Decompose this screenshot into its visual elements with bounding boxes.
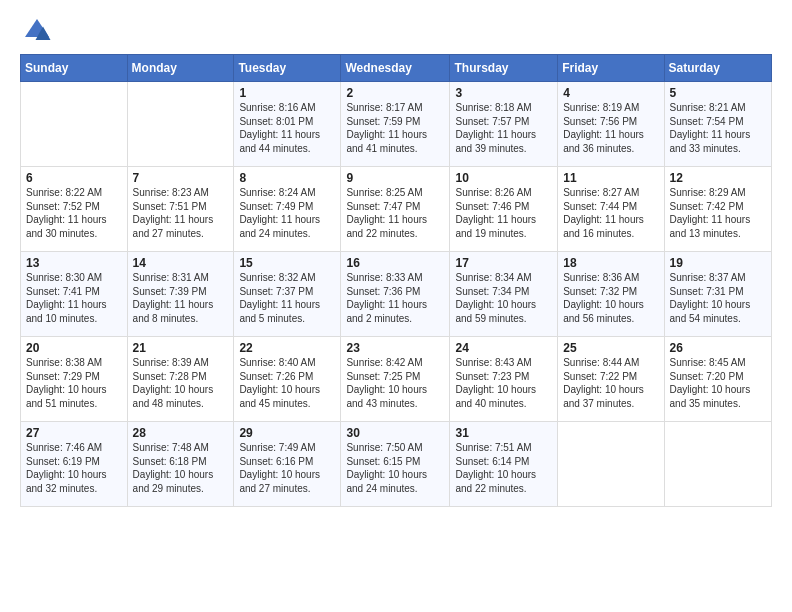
day-number: 20 — [26, 341, 122, 355]
day-number: 17 — [455, 256, 552, 270]
weekday-wednesday: Wednesday — [341, 55, 450, 82]
weekday-tuesday: Tuesday — [234, 55, 341, 82]
day-number: 29 — [239, 426, 335, 440]
day-number: 6 — [26, 171, 122, 185]
day-number: 25 — [563, 341, 658, 355]
weekday-monday: Monday — [127, 55, 234, 82]
day-number: 22 — [239, 341, 335, 355]
calendar-cell: 13Sunrise: 8:30 AM Sunset: 7:41 PM Dayli… — [21, 252, 128, 337]
calendar-cell — [558, 422, 664, 507]
day-number: 23 — [346, 341, 444, 355]
day-number: 15 — [239, 256, 335, 270]
cell-content: Sunrise: 8:32 AM Sunset: 7:37 PM Dayligh… — [239, 272, 320, 324]
calendar-cell: 20Sunrise: 8:38 AM Sunset: 7:29 PM Dayli… — [21, 337, 128, 422]
cell-content: Sunrise: 8:36 AM Sunset: 7:32 PM Dayligh… — [563, 272, 644, 324]
calendar-cell: 9Sunrise: 8:25 AM Sunset: 7:47 PM Daylig… — [341, 167, 450, 252]
day-number: 16 — [346, 256, 444, 270]
calendar-cell: 18Sunrise: 8:36 AM Sunset: 7:32 PM Dayli… — [558, 252, 664, 337]
cell-content: Sunrise: 7:50 AM Sunset: 6:15 PM Dayligh… — [346, 442, 427, 494]
cell-content: Sunrise: 8:29 AM Sunset: 7:42 PM Dayligh… — [670, 187, 751, 239]
day-number: 28 — [133, 426, 229, 440]
calendar-cell — [127, 82, 234, 167]
cell-content: Sunrise: 8:33 AM Sunset: 7:36 PM Dayligh… — [346, 272, 427, 324]
day-number: 27 — [26, 426, 122, 440]
logo — [20, 16, 54, 46]
cell-content: Sunrise: 8:40 AM Sunset: 7:26 PM Dayligh… — [239, 357, 320, 409]
calendar-week-5: 27Sunrise: 7:46 AM Sunset: 6:19 PM Dayli… — [21, 422, 772, 507]
day-number: 19 — [670, 256, 766, 270]
calendar-cell: 7Sunrise: 8:23 AM Sunset: 7:51 PM Daylig… — [127, 167, 234, 252]
calendar-cell: 19Sunrise: 8:37 AM Sunset: 7:31 PM Dayli… — [664, 252, 771, 337]
cell-content: Sunrise: 8:19 AM Sunset: 7:56 PM Dayligh… — [563, 102, 644, 154]
calendar-cell: 26Sunrise: 8:45 AM Sunset: 7:20 PM Dayli… — [664, 337, 771, 422]
calendar-cell: 29Sunrise: 7:49 AM Sunset: 6:16 PM Dayli… — [234, 422, 341, 507]
calendar-cell: 24Sunrise: 8:43 AM Sunset: 7:23 PM Dayli… — [450, 337, 558, 422]
cell-content: Sunrise: 8:25 AM Sunset: 7:47 PM Dayligh… — [346, 187, 427, 239]
day-number: 7 — [133, 171, 229, 185]
cell-content: Sunrise: 8:45 AM Sunset: 7:20 PM Dayligh… — [670, 357, 751, 409]
calendar-cell: 23Sunrise: 8:42 AM Sunset: 7:25 PM Dayli… — [341, 337, 450, 422]
calendar-cell: 12Sunrise: 8:29 AM Sunset: 7:42 PM Dayli… — [664, 167, 771, 252]
calendar-cell: 2Sunrise: 8:17 AM Sunset: 7:59 PM Daylig… — [341, 82, 450, 167]
calendar-cell: 10Sunrise: 8:26 AM Sunset: 7:46 PM Dayli… — [450, 167, 558, 252]
cell-content: Sunrise: 8:22 AM Sunset: 7:52 PM Dayligh… — [26, 187, 107, 239]
day-number: 2 — [346, 86, 444, 100]
weekday-friday: Friday — [558, 55, 664, 82]
calendar-cell: 30Sunrise: 7:50 AM Sunset: 6:15 PM Dayli… — [341, 422, 450, 507]
weekday-sunday: Sunday — [21, 55, 128, 82]
cell-content: Sunrise: 8:17 AM Sunset: 7:59 PM Dayligh… — [346, 102, 427, 154]
calendar-table: SundayMondayTuesdayWednesdayThursdayFrid… — [20, 54, 772, 507]
day-number: 12 — [670, 171, 766, 185]
calendar-cell: 8Sunrise: 8:24 AM Sunset: 7:49 PM Daylig… — [234, 167, 341, 252]
calendar-cell: 6Sunrise: 8:22 AM Sunset: 7:52 PM Daylig… — [21, 167, 128, 252]
calendar-cell: 17Sunrise: 8:34 AM Sunset: 7:34 PM Dayli… — [450, 252, 558, 337]
cell-content: Sunrise: 7:46 AM Sunset: 6:19 PM Dayligh… — [26, 442, 107, 494]
cell-content: Sunrise: 8:16 AM Sunset: 8:01 PM Dayligh… — [239, 102, 320, 154]
calendar-cell: 4Sunrise: 8:19 AM Sunset: 7:56 PM Daylig… — [558, 82, 664, 167]
cell-content: Sunrise: 7:49 AM Sunset: 6:16 PM Dayligh… — [239, 442, 320, 494]
calendar-cell: 22Sunrise: 8:40 AM Sunset: 7:26 PM Dayli… — [234, 337, 341, 422]
day-number: 5 — [670, 86, 766, 100]
cell-content: Sunrise: 8:34 AM Sunset: 7:34 PM Dayligh… — [455, 272, 536, 324]
calendar-cell: 14Sunrise: 8:31 AM Sunset: 7:39 PM Dayli… — [127, 252, 234, 337]
calendar-cell: 28Sunrise: 7:48 AM Sunset: 6:18 PM Dayli… — [127, 422, 234, 507]
calendar-week-4: 20Sunrise: 8:38 AM Sunset: 7:29 PM Dayli… — [21, 337, 772, 422]
day-number: 21 — [133, 341, 229, 355]
day-number: 1 — [239, 86, 335, 100]
calendar-cell: 31Sunrise: 7:51 AM Sunset: 6:14 PM Dayli… — [450, 422, 558, 507]
cell-content: Sunrise: 8:24 AM Sunset: 7:49 PM Dayligh… — [239, 187, 320, 239]
weekday-thursday: Thursday — [450, 55, 558, 82]
day-number: 13 — [26, 256, 122, 270]
calendar-week-3: 13Sunrise: 8:30 AM Sunset: 7:41 PM Dayli… — [21, 252, 772, 337]
cell-content: Sunrise: 8:27 AM Sunset: 7:44 PM Dayligh… — [563, 187, 644, 239]
calendar-cell — [21, 82, 128, 167]
day-number: 18 — [563, 256, 658, 270]
day-number: 14 — [133, 256, 229, 270]
cell-content: Sunrise: 8:43 AM Sunset: 7:23 PM Dayligh… — [455, 357, 536, 409]
day-number: 9 — [346, 171, 444, 185]
cell-content: Sunrise: 8:18 AM Sunset: 7:57 PM Dayligh… — [455, 102, 536, 154]
day-number: 26 — [670, 341, 766, 355]
cell-content: Sunrise: 7:51 AM Sunset: 6:14 PM Dayligh… — [455, 442, 536, 494]
cell-content: Sunrise: 8:42 AM Sunset: 7:25 PM Dayligh… — [346, 357, 427, 409]
day-number: 30 — [346, 426, 444, 440]
day-number: 3 — [455, 86, 552, 100]
cell-content: Sunrise: 7:48 AM Sunset: 6:18 PM Dayligh… — [133, 442, 214, 494]
calendar-cell: 21Sunrise: 8:39 AM Sunset: 7:28 PM Dayli… — [127, 337, 234, 422]
day-number: 11 — [563, 171, 658, 185]
calendar-cell: 5Sunrise: 8:21 AM Sunset: 7:54 PM Daylig… — [664, 82, 771, 167]
header — [20, 16, 772, 46]
calendar-cell: 11Sunrise: 8:27 AM Sunset: 7:44 PM Dayli… — [558, 167, 664, 252]
calendar-week-1: 1Sunrise: 8:16 AM Sunset: 8:01 PM Daylig… — [21, 82, 772, 167]
day-number: 10 — [455, 171, 552, 185]
day-number: 31 — [455, 426, 552, 440]
calendar-cell: 3Sunrise: 8:18 AM Sunset: 7:57 PM Daylig… — [450, 82, 558, 167]
day-number: 8 — [239, 171, 335, 185]
calendar-cell: 1Sunrise: 8:16 AM Sunset: 8:01 PM Daylig… — [234, 82, 341, 167]
page: SundayMondayTuesdayWednesdayThursdayFrid… — [0, 0, 792, 612]
cell-content: Sunrise: 8:44 AM Sunset: 7:22 PM Dayligh… — [563, 357, 644, 409]
cell-content: Sunrise: 8:39 AM Sunset: 7:28 PM Dayligh… — [133, 357, 214, 409]
day-number: 24 — [455, 341, 552, 355]
weekday-header-row: SundayMondayTuesdayWednesdayThursdayFrid… — [21, 55, 772, 82]
day-number: 4 — [563, 86, 658, 100]
